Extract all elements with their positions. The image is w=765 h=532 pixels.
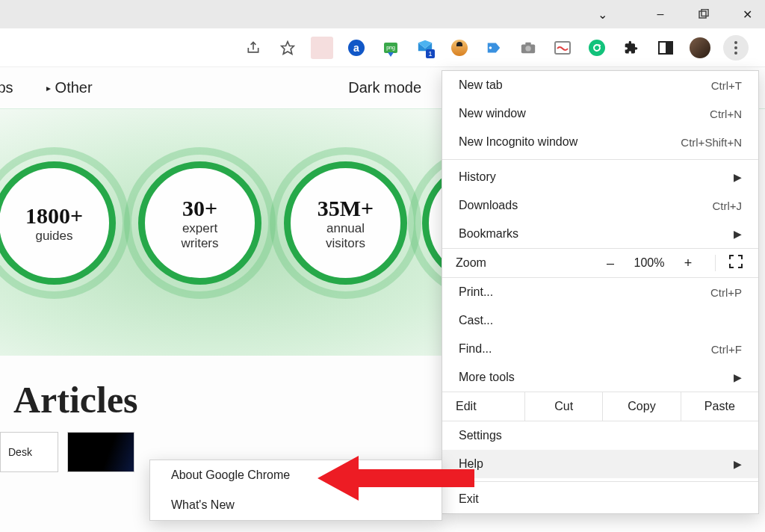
card-label: Desk xyxy=(8,446,32,458)
svg-rect-6 xyxy=(525,42,530,45)
mail-icon[interactable]: 1 xyxy=(414,37,436,59)
extensions-icon[interactable] xyxy=(620,37,642,59)
stat-label: annual visitors xyxy=(326,221,365,250)
menu-separator xyxy=(442,481,758,482)
png-download-icon[interactable]: png xyxy=(380,37,402,59)
menu-item-print[interactable]: Print... Ctrl+P xyxy=(442,278,758,306)
extension-blank-icon[interactable] xyxy=(311,37,333,59)
menu-shortcut: Ctrl+J xyxy=(712,200,742,212)
menu-item-zoom: Zoom – 100% + xyxy=(442,248,758,278)
edit-label: Edit xyxy=(442,392,524,421)
svg-marker-2 xyxy=(282,41,294,54)
menu-label: New tab xyxy=(459,78,503,92)
copy-button[interactable]: Copy xyxy=(602,392,680,421)
menu-item-about-chrome[interactable]: About Google Chrome xyxy=(150,460,442,490)
stat-ring-visitors: 35M+ annual visitors xyxy=(284,161,407,285)
stat-label: expert writers xyxy=(181,221,218,250)
paste-button[interactable]: Paste xyxy=(681,392,758,421)
stat-ring-writers: 30+ expert writers xyxy=(138,161,261,285)
profile-avatar[interactable] xyxy=(689,37,711,59)
cut-button[interactable]: Cut xyxy=(524,392,602,421)
minimize-button[interactable]: – xyxy=(650,4,671,25)
window-titlebar: ⌄ – ✕ xyxy=(0,0,765,28)
nav-item-darkmode[interactable]: Dark mode xyxy=(348,79,421,96)
article-card-dark[interactable] xyxy=(67,432,134,472)
menu-item-more-tools[interactable]: More tools ▶ xyxy=(442,363,758,392)
maximize-button[interactable] xyxy=(693,4,714,25)
reader-icon[interactable] xyxy=(551,37,574,59)
chrome-help-submenu: About Google Chrome What's New xyxy=(149,460,442,521)
zoom-value: 100% xyxy=(627,256,672,270)
menu-label: What's New xyxy=(171,498,235,512)
zoom-label: Zoom xyxy=(456,256,594,270)
grammarly-icon[interactable] xyxy=(586,37,608,59)
menu-label: Find... xyxy=(459,342,492,356)
vpn-icon[interactable] xyxy=(448,37,471,59)
menu-label: More tools xyxy=(459,371,515,384)
menu-label: New window xyxy=(459,107,526,120)
menu-item-whats-new[interactable]: What's New xyxy=(150,490,442,520)
nav-item-tips[interactable]: ips xyxy=(0,79,13,96)
menu-label: Settings xyxy=(459,429,502,442)
alexa-icon[interactable]: a xyxy=(345,37,368,59)
menu-label: Bookmarks xyxy=(459,227,518,241)
menu-label: About Google Chrome xyxy=(171,468,290,482)
close-button[interactable]: ✕ xyxy=(737,4,758,25)
menu-label: Downloads xyxy=(459,199,518,212)
zoom-in-button[interactable]: + xyxy=(672,256,704,271)
menu-item-cast[interactable]: Cast... xyxy=(442,306,758,335)
nav-label: Other xyxy=(55,79,93,96)
nav-item-other[interactable]: ▸ Other xyxy=(46,79,93,96)
menu-item-settings[interactable]: Settings xyxy=(442,421,758,450)
camera-icon[interactable] xyxy=(517,37,539,59)
menu-shortcut: Ctrl+P xyxy=(710,286,742,299)
svg-rect-0 xyxy=(699,11,706,18)
nav-label: ips xyxy=(0,79,13,96)
menu-label: New Incognito window xyxy=(459,135,577,149)
three-dots-icon xyxy=(734,41,737,55)
tag-icon[interactable] xyxy=(483,37,505,59)
stat-label: guides xyxy=(35,229,72,244)
menu-label: Help xyxy=(459,457,483,471)
menu-item-edit-row: Edit Cut Copy Paste xyxy=(442,392,758,421)
svg-rect-1 xyxy=(701,10,708,16)
svg-point-5 xyxy=(525,46,530,51)
menu-item-bookmarks[interactable]: Bookmarks ▶ xyxy=(442,220,758,248)
menu-shortcut: Ctrl+Shift+N xyxy=(681,136,742,149)
fullscreen-button[interactable] xyxy=(715,255,745,271)
sidepanel-icon[interactable] xyxy=(654,37,677,59)
nav-label: Dark mode xyxy=(348,79,421,96)
menu-label: Print... xyxy=(459,285,493,299)
browser-toolbar: a png 1 xyxy=(0,28,765,67)
menu-item-history[interactable]: History ▶ xyxy=(442,163,758,191)
submenu-arrow-icon: ▶ xyxy=(734,171,742,183)
zoom-out-button[interactable]: – xyxy=(594,256,627,271)
star-icon[interactable] xyxy=(276,37,299,59)
menu-shortcut: Ctrl+F xyxy=(711,343,742,356)
submenu-arrow-icon: ▶ xyxy=(734,371,742,383)
menu-item-help[interactable]: Help ▶ xyxy=(442,450,758,478)
menu-item-downloads[interactable]: Downloads Ctrl+J xyxy=(442,191,758,220)
menu-label: Cast... xyxy=(459,314,493,327)
submenu-arrow-icon: ▶ xyxy=(734,458,742,470)
submenu-arrow-icon: ▶ xyxy=(734,228,742,240)
menu-shortcut: Ctrl+T xyxy=(711,79,742,92)
menu-label: History xyxy=(459,170,496,184)
menu-shortcut: Ctrl+N xyxy=(710,108,742,120)
menu-item-new-tab[interactable]: New tab Ctrl+T xyxy=(442,71,758,99)
chrome-main-menu: New tab Ctrl+T New window Ctrl+N New Inc… xyxy=(442,70,759,514)
stat-value: 35M+ xyxy=(318,196,374,221)
svg-rect-9 xyxy=(666,42,672,54)
menu-item-new-window[interactable]: New window Ctrl+N xyxy=(442,99,758,128)
chevron-down-icon[interactable]: ⌄ xyxy=(592,4,613,25)
menu-item-find[interactable]: Find... Ctrl+F xyxy=(442,335,758,363)
article-card-desk[interactable]: Desk xyxy=(0,432,58,472)
menu-item-new-incognito[interactable]: New Incognito window Ctrl+Shift+N xyxy=(442,128,758,156)
menu-label: Exit xyxy=(459,492,479,506)
stat-value: 1800+ xyxy=(25,203,83,229)
menu-item-exit[interactable]: Exit xyxy=(442,485,758,513)
stat-value: 30+ xyxy=(182,196,217,221)
menu-separator xyxy=(442,159,758,160)
menu-button[interactable] xyxy=(723,35,749,61)
share-icon[interactable] xyxy=(242,37,264,59)
